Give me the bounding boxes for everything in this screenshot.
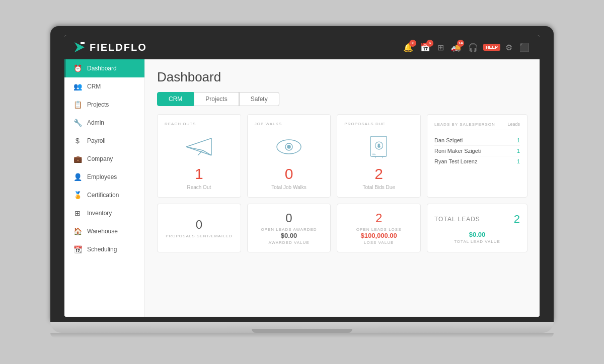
sidebar-label-admin: Admin xyxy=(87,119,104,126)
briefcase-icon: 💼 xyxy=(73,155,82,163)
sidebar-item-projects[interactable]: 📋 Projects xyxy=(64,96,144,114)
leads-title: LEADS BY SALESPERSON xyxy=(434,122,495,127)
settings-button[interactable]: ⚙ xyxy=(503,41,514,54)
tab-projects[interactable]: Projects xyxy=(194,92,239,106)
grid-button[interactable]: ⊞ xyxy=(435,41,446,54)
leads-count-0: 1 xyxy=(517,137,520,143)
sidebar-label-scheduling: Scheduling xyxy=(87,246,117,253)
sidebar-item-company[interactable]: 💼 Company xyxy=(64,150,144,168)
open-leads-loss-count: 2 xyxy=(375,211,382,225)
users-icon: 👥 xyxy=(73,82,82,90)
page-title: Dashboard xyxy=(157,69,527,85)
job-walks-label: JOB WALKS xyxy=(255,122,282,126)
svg-rect-1 xyxy=(81,42,85,44)
bell-button[interactable]: 🔔 31 xyxy=(401,41,415,54)
truck-badge: 14 xyxy=(457,40,464,47)
sidebar-item-scheduling[interactable]: 📆 Scheduling xyxy=(64,240,144,258)
calendar-button[interactable]: 📅 6 xyxy=(418,41,432,54)
reach-outs-card: REACH OUTS xyxy=(157,114,241,198)
truck-button[interactable]: 🚚 14 xyxy=(449,41,463,54)
logout-button[interactable]: ⬛ xyxy=(517,41,532,54)
grid-icon: ⊞ xyxy=(437,43,444,52)
sidebar-label-company: Company xyxy=(87,155,113,162)
sidebar-label-employees: Employees xyxy=(87,173,117,180)
leads-row-0: Dan Szigeti 1 xyxy=(434,135,520,146)
sidebar-item-inventory[interactable]: ⊞ Inventory xyxy=(64,204,144,222)
sidebar-label-crm: CRM xyxy=(87,83,101,90)
open-leads-loss-value-label: LOSS VALUE xyxy=(364,240,394,245)
total-leads-value: $0.00 xyxy=(469,231,486,238)
sidebar-label-inventory: Inventory xyxy=(87,210,112,217)
sidebar-item-employees[interactable]: 👤 Employees xyxy=(64,168,144,186)
svg-line-2 xyxy=(186,138,211,147)
tab-safety[interactable]: Safety xyxy=(239,92,279,106)
person-icon: 👤 xyxy=(73,173,82,181)
headset-icon: 🎧 xyxy=(468,43,478,52)
proposals-due-sublabel: Total Bids Due xyxy=(362,185,395,190)
reach-outs-count: 1 xyxy=(195,165,203,183)
screen-bezel: FIELDFLO 🔔 31 📅 6 ⊞ 🚚 xyxy=(50,26,554,322)
leads-row-1: Roni Maker Szigeti 1 xyxy=(434,146,520,156)
sidebar-item-payroll[interactable]: $ Payroll xyxy=(64,132,144,150)
scheduling-icon: 📆 xyxy=(73,245,82,253)
leads-header: LEADS BY SALESPERSON Leads xyxy=(434,122,520,130)
gear-icon: ⚙ xyxy=(505,43,512,52)
leads-count-1: 1 xyxy=(517,148,520,154)
reach-outs-sublabel: Reach Out xyxy=(187,185,211,190)
svg-text:$: $ xyxy=(378,143,380,148)
proposals-sent-count: 0 xyxy=(196,218,202,232)
sidebar-item-crm[interactable]: 👥 CRM xyxy=(64,77,144,96)
svg-point-10 xyxy=(287,145,290,148)
sidebar-label-warehouse: Warehouse xyxy=(87,228,118,235)
top-nav-actions: 🔔 31 📅 6 ⊞ 🚚 14 🎧 xyxy=(401,41,532,54)
top-cards-grid: REACH OUTS xyxy=(157,114,527,198)
job-walks-card: JOB WALKS 0 xyxy=(247,114,331,198)
reach-outs-icon-area xyxy=(184,130,214,165)
eye-icon xyxy=(274,134,304,161)
total-leads-count: 2 xyxy=(514,213,520,226)
sidebar-label-dashboard: Dashboard xyxy=(87,65,117,72)
laptop-shadow xyxy=(50,333,554,338)
main-content: Dashboard CRM Projects Safety REACH OUTS xyxy=(145,59,540,317)
total-leads-value-label: TOTAL LEAD VALUE xyxy=(454,239,500,244)
laptop-base xyxy=(50,322,554,333)
dollar-icon: $ xyxy=(73,137,82,145)
main-layout: ⏰ Dashboard 👥 CRM 📋 Projects 🔧 Admin xyxy=(64,59,540,317)
clock-icon: ⏰ xyxy=(73,64,82,72)
proposals-due-label: PROPOSALS DUE xyxy=(344,122,385,126)
job-walks-icon-area xyxy=(274,130,304,165)
bottom-cards-grid: 0 PROPOSALS SENT/EMAILED 0 OPEN LEADS AW… xyxy=(157,204,527,252)
open-leads-loss-value: $100,000.00 xyxy=(361,232,397,239)
open-leads-loss-card: 2 OPEN LEADS LOSS $100,000.00 LOSS VALUE xyxy=(337,204,421,252)
laptop-frame: FIELDFLO 🔔 31 📅 6 ⊞ 🚚 xyxy=(50,26,554,338)
sidebar-item-certification[interactable]: 🏅 Certification xyxy=(64,186,144,204)
sidebar-item-dashboard[interactable]: ⏰ Dashboard xyxy=(64,59,144,77)
proposals-due-card: PROPOSALS DUE $ xyxy=(337,114,421,198)
help-button[interactable]: HELP xyxy=(483,44,500,51)
total-leads-title: Total Leads xyxy=(434,216,480,223)
proposals-sent-label: PROPOSALS SENT/EMAILED xyxy=(166,234,232,238)
dashboard-tabs: CRM Projects Safety xyxy=(157,92,527,106)
cert-icon: 🏅 xyxy=(73,191,82,199)
sidebar-label-projects: Projects xyxy=(87,101,109,108)
inventory-icon: ⊞ xyxy=(73,209,82,217)
paper-plane-icon xyxy=(184,134,214,161)
job-walks-sublabel: Total Job Walks xyxy=(271,185,307,190)
tab-crm[interactable]: CRM xyxy=(157,92,194,106)
logo-icon xyxy=(72,40,87,54)
leads-by-salesperson-card: LEADS BY SALESPERSON Leads Dan Szigeti 1… xyxy=(427,114,527,198)
logo: FIELDFLO xyxy=(72,40,147,54)
open-leads-awarded-value: $0.00 xyxy=(281,232,297,239)
sidebar-item-warehouse[interactable]: 🏠 Warehouse xyxy=(64,222,144,240)
open-leads-loss-label: OPEN LEADS LOSS xyxy=(356,227,402,232)
sidebar-item-admin[interactable]: 🔧 Admin xyxy=(64,114,144,132)
bell-badge: 31 xyxy=(409,40,416,47)
leads-row-2: Ryan Test Lorenz 1 xyxy=(434,156,520,166)
open-leads-awarded-value-label: AWARDED VALUE xyxy=(268,240,309,245)
proposals-due-count: 2 xyxy=(374,165,383,183)
sidebar-label-payroll: Payroll xyxy=(87,137,106,144)
leads-col-title: Leads xyxy=(507,122,520,127)
calendar-badge: 6 xyxy=(426,40,433,47)
headset-button[interactable]: 🎧 xyxy=(466,41,480,54)
leads-count-2: 1 xyxy=(517,158,520,164)
